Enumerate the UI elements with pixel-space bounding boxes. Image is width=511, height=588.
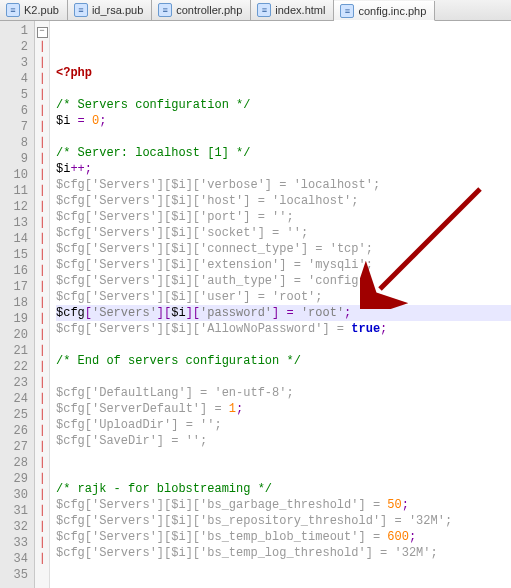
fold-cell: │	[35, 519, 49, 535]
tab-bar: ≡K2.pub≡id_rsa.pub≡controller.php≡index.…	[0, 0, 511, 21]
code-line[interactable]	[56, 577, 511, 588]
line-number: 5	[0, 87, 34, 103]
code-line[interactable]: <?php	[56, 65, 511, 81]
fold-cell: │	[35, 375, 49, 391]
line-number: 16	[0, 263, 34, 279]
line-number: 13	[0, 215, 34, 231]
code-line[interactable]: /* End of servers configuration */	[56, 353, 511, 369]
fold-cell: │	[35, 343, 49, 359]
code-line[interactable]: $i++;	[56, 161, 511, 177]
line-number: 34	[0, 551, 34, 567]
line-number: 11	[0, 183, 34, 199]
fold-cell: │	[35, 359, 49, 375]
code-line[interactable]: /* Servers configuration */	[56, 97, 511, 113]
line-number: 7	[0, 119, 34, 135]
line-number: 1	[0, 23, 34, 39]
line-number: 8	[0, 135, 34, 151]
code-line[interactable]	[56, 449, 511, 465]
line-number: 4	[0, 71, 34, 87]
code-line[interactable]: $cfg['Servers'][$i]['bs_temp_blob_timeou…	[56, 529, 511, 545]
code-line[interactable]: $cfg['UploadDir'] = '';	[56, 417, 511, 433]
fold-cell: │	[35, 183, 49, 199]
line-number: 21	[0, 343, 34, 359]
code-line[interactable]	[56, 337, 511, 353]
fold-cell: │	[35, 55, 49, 71]
code-line[interactable]	[56, 129, 511, 145]
line-number: 29	[0, 471, 34, 487]
fold-cell: │	[35, 487, 49, 503]
code-line[interactable]: $cfg['Servers'][$i]['auth_type'] = 'conf…	[56, 273, 511, 289]
fold-cell: │	[35, 71, 49, 87]
line-number: 18	[0, 295, 34, 311]
code-line[interactable]: $cfg['Servers'][$i]['extension'] = 'mysq…	[56, 257, 511, 273]
fold-toggle-icon[interactable]: −	[37, 27, 48, 38]
fold-cell	[35, 567, 49, 583]
tab-index-html[interactable]: ≡index.html	[251, 0, 334, 20]
fold-cell: │	[35, 455, 49, 471]
fold-cell: │	[35, 263, 49, 279]
line-number: 12	[0, 199, 34, 215]
code-line[interactable]: $cfg['Servers'][$i]['bs_repository_thres…	[56, 513, 511, 529]
code-line[interactable]	[56, 561, 511, 577]
line-number: 2	[0, 39, 34, 55]
line-number: 26	[0, 423, 34, 439]
line-number: 27	[0, 439, 34, 455]
fold-cell: │	[35, 103, 49, 119]
code-line[interactable]	[56, 465, 511, 481]
fold-cell: │	[35, 231, 49, 247]
file-icon: ≡	[74, 3, 88, 17]
code-line[interactable]: $cfg['Servers'][$i]['verbose'] = 'localh…	[56, 177, 511, 193]
code-line[interactable]: $cfg['DefaultLang'] = 'en-utf-8';	[56, 385, 511, 401]
code-line[interactable]: $cfg['Servers'][$i]['connect_type'] = 't…	[56, 241, 511, 257]
code-line[interactable]: /* rajk - for blobstreaming */	[56, 481, 511, 497]
fold-cell: −	[35, 23, 49, 39]
line-number: 28	[0, 455, 34, 471]
code-line[interactable]	[56, 81, 511, 97]
fold-cell: │	[35, 423, 49, 439]
tab-id_rsa-pub[interactable]: ≡id_rsa.pub	[68, 0, 152, 20]
tab-label: id_rsa.pub	[92, 4, 143, 16]
code-line[interactable]	[56, 369, 511, 385]
file-icon: ≡	[158, 3, 172, 17]
fold-cell: │	[35, 471, 49, 487]
code-line[interactable]: $i = 0;	[56, 113, 511, 129]
fold-cell: │	[35, 87, 49, 103]
code-line[interactable]: $cfg['Servers'][$i]['password'] = 'root'…	[56, 305, 511, 321]
tab-label: K2.pub	[24, 4, 59, 16]
code-line[interactable]: $cfg['Servers'][$i]['bs_temp_log_thresho…	[56, 545, 511, 561]
fold-cell: │	[35, 215, 49, 231]
fold-cell: │	[35, 199, 49, 215]
fold-cell: │	[35, 295, 49, 311]
code-line[interactable]: $cfg['Servers'][$i]['socket'] = '';	[56, 225, 511, 241]
tab-controller-php[interactable]: ≡controller.php	[152, 0, 251, 20]
line-number: 19	[0, 311, 34, 327]
code-line[interactable]: $cfg['Servers'][$i]['bs_garbage_threshol…	[56, 497, 511, 513]
code-line[interactable]: $cfg['Servers'][$i]['user'] = 'root';	[56, 289, 511, 305]
line-number: 15	[0, 247, 34, 263]
fold-cell: │	[35, 39, 49, 55]
line-number: 14	[0, 231, 34, 247]
fold-cell: │	[35, 535, 49, 551]
tab-config-inc-php[interactable]: ≡config.inc.php	[334, 1, 435, 21]
code-line[interactable]: $cfg['SaveDir'] = '';	[56, 433, 511, 449]
line-number: 35	[0, 567, 34, 583]
line-number: 24	[0, 391, 34, 407]
file-icon: ≡	[257, 3, 271, 17]
code-line[interactable]: $cfg['ServerDefault'] = 1;	[56, 401, 511, 417]
code-line[interactable]: $cfg['Servers'][$i]['port'] = '';	[56, 209, 511, 225]
code-line[interactable]: $cfg['Servers'][$i]['AllowNoPassword'] =…	[56, 321, 511, 337]
fold-column: −│││││││││││││││││││││││││││││││││	[35, 21, 50, 588]
fold-cell: │	[35, 391, 49, 407]
code-line[interactable]: /* Server: localhost [1] */	[56, 145, 511, 161]
code-view[interactable]: <?php /* Servers configuration */$i = 0;…	[50, 21, 511, 588]
line-number: 20	[0, 327, 34, 343]
editor-area: 1234567891011121314151617181920212223242…	[0, 21, 511, 588]
code-line[interactable]: $cfg['Servers'][$i]['host'] = 'localhost…	[56, 193, 511, 209]
line-number-gutter: 1234567891011121314151617181920212223242…	[0, 21, 35, 588]
fold-cell: │	[35, 311, 49, 327]
line-number: 25	[0, 407, 34, 423]
fold-cell: │	[35, 551, 49, 567]
tab-label: config.inc.php	[358, 5, 426, 17]
file-icon: ≡	[340, 4, 354, 18]
tab-k2-pub[interactable]: ≡K2.pub	[0, 0, 68, 20]
